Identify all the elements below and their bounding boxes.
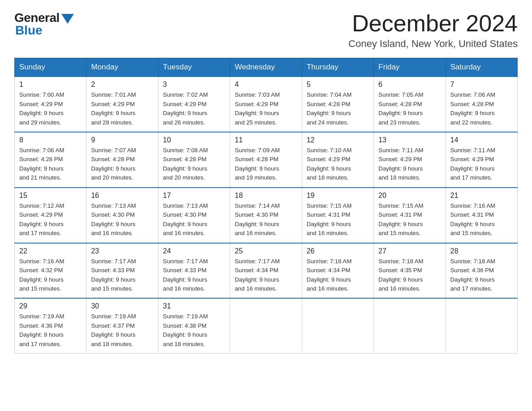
day-number: 11 bbox=[235, 136, 297, 144]
calendar-cell: 30 Sunrise: 7:19 AMSunset: 4:37 PMDaylig… bbox=[86, 298, 158, 353]
weekday-header-tuesday: Tuesday bbox=[158, 58, 230, 77]
day-info: Sunrise: 7:04 AMSunset: 4:28 PMDaylight:… bbox=[307, 90, 369, 127]
day-number: 5 bbox=[307, 81, 369, 89]
calendar-cell: 29 Sunrise: 7:19 AMSunset: 4:36 PMDaylig… bbox=[15, 298, 86, 353]
day-info: Sunrise: 7:02 AMSunset: 4:29 PMDaylight:… bbox=[163, 90, 225, 127]
day-number: 31 bbox=[163, 302, 225, 310]
day-number: 17 bbox=[163, 192, 225, 200]
calendar-cell bbox=[230, 298, 302, 353]
calendar-table: SundayMondayTuesdayWednesdayThursdayFrid… bbox=[14, 58, 518, 354]
day-number: 7 bbox=[450, 81, 513, 89]
day-number: 2 bbox=[91, 81, 153, 89]
day-info: Sunrise: 7:03 AMSunset: 4:29 PMDaylight:… bbox=[235, 90, 297, 127]
day-info: Sunrise: 7:14 AMSunset: 4:30 PMDaylight:… bbox=[235, 201, 297, 238]
day-number: 20 bbox=[378, 192, 441, 200]
day-number: 22 bbox=[19, 247, 82, 255]
calendar-cell: 20 Sunrise: 7:15 AMSunset: 4:31 PMDaylig… bbox=[374, 188, 446, 243]
weekday-header-wednesday: Wednesday bbox=[230, 58, 302, 77]
day-info: Sunrise: 7:18 AMSunset: 4:36 PMDaylight:… bbox=[450, 257, 513, 294]
day-number: 23 bbox=[91, 247, 153, 255]
day-number: 14 bbox=[450, 136, 513, 144]
day-number: 1 bbox=[19, 81, 82, 89]
day-info: Sunrise: 7:10 AMSunset: 4:29 PMDaylight:… bbox=[307, 146, 369, 183]
day-info: Sunrise: 7:16 AMSunset: 4:32 PMDaylight:… bbox=[19, 257, 82, 294]
weekday-header-thursday: Thursday bbox=[302, 58, 373, 77]
day-info: Sunrise: 7:12 AMSunset: 4:29 PMDaylight:… bbox=[19, 201, 82, 238]
page-header: General Blue December 2024 Coney Island,… bbox=[14, 11, 518, 50]
day-info: Sunrise: 7:19 AMSunset: 4:38 PMDaylight:… bbox=[163, 312, 225, 349]
day-info: Sunrise: 7:00 AMSunset: 4:29 PMDaylight:… bbox=[19, 90, 82, 127]
day-info: Sunrise: 7:18 AMSunset: 4:35 PMDaylight:… bbox=[378, 257, 441, 294]
calendar-cell: 6 Sunrise: 7:05 AMSunset: 4:28 PMDayligh… bbox=[374, 77, 446, 132]
calendar-cell: 2 Sunrise: 7:01 AMSunset: 4:29 PMDayligh… bbox=[86, 77, 158, 132]
day-number: 3 bbox=[163, 81, 225, 89]
location-title: Coney Island, New York, United States bbox=[348, 38, 518, 50]
calendar-cell: 12 Sunrise: 7:10 AMSunset: 4:29 PMDaylig… bbox=[302, 132, 373, 188]
day-info: Sunrise: 7:09 AMSunset: 4:28 PMDaylight:… bbox=[235, 146, 297, 183]
day-info: Sunrise: 7:08 AMSunset: 4:28 PMDaylight:… bbox=[163, 146, 225, 183]
calendar-cell: 28 Sunrise: 7:18 AMSunset: 4:36 PMDaylig… bbox=[446, 243, 517, 299]
calendar-cell bbox=[374, 298, 446, 353]
day-info: Sunrise: 7:17 AMSunset: 4:33 PMDaylight:… bbox=[91, 257, 153, 294]
month-title: December 2024 bbox=[348, 11, 518, 36]
day-number: 26 bbox=[307, 247, 369, 255]
day-number: 28 bbox=[450, 247, 513, 255]
day-number: 18 bbox=[235, 192, 297, 200]
day-number: 25 bbox=[235, 247, 297, 255]
day-info: Sunrise: 7:16 AMSunset: 4:31 PMDaylight:… bbox=[450, 201, 513, 238]
week-row-4: 22 Sunrise: 7:16 AMSunset: 4:32 PMDaylig… bbox=[15, 243, 518, 299]
day-number: 4 bbox=[235, 81, 297, 89]
day-info: Sunrise: 7:05 AMSunset: 4:28 PMDaylight:… bbox=[378, 90, 441, 127]
calendar-cell: 5 Sunrise: 7:04 AMSunset: 4:28 PMDayligh… bbox=[302, 77, 373, 132]
day-info: Sunrise: 7:06 AMSunset: 4:28 PMDaylight:… bbox=[450, 90, 513, 127]
day-info: Sunrise: 7:18 AMSunset: 4:34 PMDaylight:… bbox=[307, 257, 369, 294]
calendar-cell: 18 Sunrise: 7:14 AMSunset: 4:30 PMDaylig… bbox=[230, 188, 302, 243]
day-info: Sunrise: 7:13 AMSunset: 4:30 PMDaylight:… bbox=[163, 201, 225, 238]
title-area: December 2024 Coney Island, New York, Un… bbox=[348, 11, 518, 50]
day-number: 29 bbox=[19, 302, 82, 310]
day-number: 9 bbox=[91, 136, 153, 144]
calendar-cell: 1 Sunrise: 7:00 AMSunset: 4:29 PMDayligh… bbox=[15, 77, 86, 132]
calendar-cell: 8 Sunrise: 7:06 AMSunset: 4:28 PMDayligh… bbox=[15, 132, 86, 188]
day-info: Sunrise: 7:07 AMSunset: 4:28 PMDaylight:… bbox=[91, 146, 153, 183]
calendar-cell: 27 Sunrise: 7:18 AMSunset: 4:35 PMDaylig… bbox=[374, 243, 446, 299]
calendar-cell: 19 Sunrise: 7:15 AMSunset: 4:31 PMDaylig… bbox=[302, 188, 373, 243]
calendar-cell bbox=[446, 298, 517, 353]
day-number: 24 bbox=[163, 247, 225, 255]
day-info: Sunrise: 7:15 AMSunset: 4:31 PMDaylight:… bbox=[307, 201, 369, 238]
week-row-2: 8 Sunrise: 7:06 AMSunset: 4:28 PMDayligh… bbox=[15, 132, 518, 188]
logo-blue-text: Blue bbox=[15, 23, 43, 38]
day-number: 10 bbox=[163, 136, 225, 144]
calendar-cell bbox=[302, 298, 373, 353]
calendar-cell: 17 Sunrise: 7:13 AMSunset: 4:30 PMDaylig… bbox=[158, 188, 230, 243]
calendar-cell: 4 Sunrise: 7:03 AMSunset: 4:29 PMDayligh… bbox=[230, 77, 302, 132]
day-number: 30 bbox=[91, 302, 153, 310]
day-number: 16 bbox=[91, 192, 153, 200]
calendar-cell: 14 Sunrise: 7:11 AMSunset: 4:29 PMDaylig… bbox=[446, 132, 517, 188]
day-info: Sunrise: 7:06 AMSunset: 4:28 PMDaylight:… bbox=[19, 146, 82, 183]
calendar-cell: 22 Sunrise: 7:16 AMSunset: 4:32 PMDaylig… bbox=[15, 243, 86, 299]
calendar-cell: 11 Sunrise: 7:09 AMSunset: 4:28 PMDaylig… bbox=[230, 132, 302, 188]
weekday-header-saturday: Saturday bbox=[446, 58, 517, 77]
day-info: Sunrise: 7:11 AMSunset: 4:29 PMDaylight:… bbox=[378, 146, 441, 183]
calendar-cell: 13 Sunrise: 7:11 AMSunset: 4:29 PMDaylig… bbox=[374, 132, 446, 188]
calendar-cell: 21 Sunrise: 7:16 AMSunset: 4:31 PMDaylig… bbox=[446, 188, 517, 243]
week-row-1: 1 Sunrise: 7:00 AMSunset: 4:29 PMDayligh… bbox=[15, 77, 518, 132]
day-info: Sunrise: 7:19 AMSunset: 4:36 PMDaylight:… bbox=[19, 312, 82, 349]
calendar-cell: 7 Sunrise: 7:06 AMSunset: 4:28 PMDayligh… bbox=[446, 77, 517, 132]
calendar-cell: 26 Sunrise: 7:18 AMSunset: 4:34 PMDaylig… bbox=[302, 243, 373, 299]
day-info: Sunrise: 7:01 AMSunset: 4:29 PMDaylight:… bbox=[91, 90, 153, 127]
logo: General Blue bbox=[14, 11, 74, 38]
logo-triangle-icon bbox=[61, 14, 74, 24]
weekday-header-sunday: Sunday bbox=[15, 58, 86, 77]
calendar-cell: 31 Sunrise: 7:19 AMSunset: 4:38 PMDaylig… bbox=[158, 298, 230, 353]
day-number: 27 bbox=[378, 247, 441, 255]
day-info: Sunrise: 7:13 AMSunset: 4:30 PMDaylight:… bbox=[91, 201, 153, 238]
day-info: Sunrise: 7:19 AMSunset: 4:37 PMDaylight:… bbox=[91, 312, 153, 349]
day-info: Sunrise: 7:17 AMSunset: 4:34 PMDaylight:… bbox=[235, 257, 297, 294]
calendar-cell: 24 Sunrise: 7:17 AMSunset: 4:33 PMDaylig… bbox=[158, 243, 230, 299]
calendar-cell: 15 Sunrise: 7:12 AMSunset: 4:29 PMDaylig… bbox=[15, 188, 86, 243]
day-number: 21 bbox=[450, 192, 513, 200]
day-info: Sunrise: 7:15 AMSunset: 4:31 PMDaylight:… bbox=[378, 201, 441, 238]
calendar-cell: 3 Sunrise: 7:02 AMSunset: 4:29 PMDayligh… bbox=[158, 77, 230, 132]
